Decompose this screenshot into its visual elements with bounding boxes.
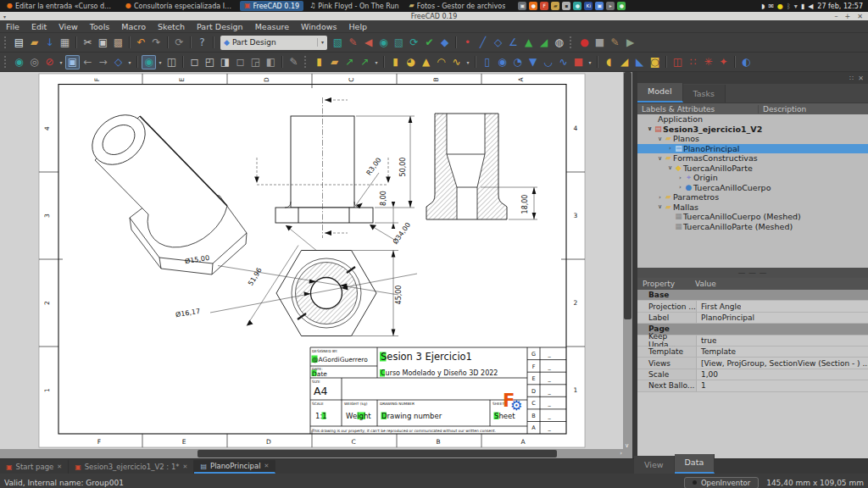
chevron-down-icon[interactable]: ▾: [317, 38, 324, 47]
reorient-sketch-button[interactable]: ⟳: [407, 36, 421, 50]
menu-sketch[interactable]: Sketch: [152, 22, 191, 31]
scroll-right-icon[interactable]: ›: [620, 450, 622, 457]
dock-close-icon[interactable]: ✕: [858, 75, 864, 82]
open-document-button[interactable]: ▰: [27, 36, 42, 50]
map-sketch-button[interactable]: ▧: [392, 36, 406, 50]
collapsed-arrow-icon[interactable]: ›: [676, 184, 684, 191]
subtractive-loft-button[interactable]: ▼: [526, 55, 540, 69]
print-button[interactable]: ▦: [58, 36, 72, 50]
expanded-arrow-icon[interactable]: ∨: [656, 136, 664, 142]
axonometric-view-button[interactable]: ◇: [111, 55, 125, 69]
mdi-tab-planoprincipal[interactable]: ▤PlanoPrincipal✕: [194, 460, 275, 474]
window-menu-button[interactable]: ▾: [3, 14, 6, 19]
measure-button[interactable]: ✎: [287, 55, 301, 69]
leave-sketch-button[interactable]: ◀: [361, 36, 376, 50]
collapsed-arrow-icon[interactable]: ›: [676, 175, 684, 181]
network-icon[interactable]: ▾: [794, 3, 798, 10]
expanded-arrow-icon[interactable]: ∨: [656, 203, 664, 210]
view-rear-button[interactable]: ◻: [233, 55, 248, 69]
dock-float-icon[interactable]: ∷: [849, 75, 854, 82]
additive-dropdown[interactable]: ▾: [465, 59, 471, 65]
create-body-button[interactable]: ◆: [437, 36, 452, 50]
tab-close-icon[interactable]: ✕: [183, 463, 188, 470]
property-value[interactable]: [View, ProjGroup, SectionView (Section -…: [697, 359, 868, 368]
copy-button[interactable]: ▣: [96, 36, 110, 50]
macro-record-button[interactable]: ●: [577, 36, 592, 50]
export-alt-button[interactable]: ↗: [358, 55, 372, 69]
menu-windows[interactable]: Windows: [295, 22, 342, 31]
tab-tasks[interactable]: Tasks: [683, 85, 726, 103]
tree-item-parametros[interactable]: ›▰Parametros: [637, 192, 868, 202]
create-point-button[interactable]: •: [460, 36, 475, 50]
polar-pattern-button[interactable]: ✳: [701, 55, 715, 69]
mdi-tab-document[interactable]: ▣Sesion3_ejercicio1_V2 : 1*✕: [69, 460, 194, 474]
menu-help[interactable]: Help: [342, 22, 373, 31]
property-row[interactable]: TemplateTemplate: [637, 347, 868, 358]
thickness-button[interactable]: ◙: [648, 55, 662, 69]
property-value[interactable]: 1,00: [697, 370, 718, 379]
maximize-button[interactable]: +: [845, 13, 851, 20]
fit-selection-button[interactable]: ◎: [27, 55, 42, 69]
collapsed-arrow-icon[interactable]: ›: [656, 194, 664, 201]
multitransform-button[interactable]: ✦: [716, 55, 731, 69]
fillet-button[interactable]: ◖: [602, 55, 616, 69]
menu-macro[interactable]: Macro: [115, 22, 152, 31]
pocket-button[interactable]: ▯: [480, 55, 494, 69]
menu-part-design[interactable]: Part Design: [191, 22, 249, 31]
screenshot-app-icon[interactable]: ▣: [518, 2, 526, 10]
openinventor-button[interactable]: OpenInventor: [684, 477, 759, 488]
mdi-tab-start-page[interactable]: ▣Start page✕: [0, 460, 69, 474]
mail-icon[interactable]: ✉: [768, 3, 774, 10]
selection-mode-button[interactable]: ▣: [65, 55, 80, 69]
property-value[interactable]: First Angle: [697, 302, 741, 311]
battery-icon[interactable]: ▮: [801, 3, 804, 10]
drawing-viewport[interactable]: F E D C B A F E D C B A 4 3 2 1 4: [0, 72, 632, 458]
tab-view[interactable]: View: [634, 456, 675, 474]
tree-item-planoprincipal[interactable]: ›▤PlanoPrincipal: [637, 144, 868, 154]
toolbar-handle[interactable]: [4, 56, 8, 68]
collapsed-arrow-icon[interactable]: ›: [666, 145, 674, 152]
expanded-arrow-icon[interactable]: ∨: [666, 164, 674, 171]
subtractive-dropdown[interactable]: ▾: [587, 59, 593, 65]
tab-close-icon[interactable]: ✕: [264, 463, 270, 469]
tab-model[interactable]: Model: [637, 83, 683, 103]
refresh-button[interactable]: ⟳: [172, 36, 186, 50]
subtractive-box-button[interactable]: ■: [571, 55, 586, 69]
tree-item-mallas[interactable]: ∨▰Mallas: [637, 202, 868, 213]
hole-button[interactable]: ◉: [495, 55, 509, 69]
combo-view-titlebar[interactable]: Combo View ∷ ✕: [637, 72, 868, 84]
nav-back-button[interactable]: ←: [81, 55, 95, 69]
create-face-button[interactable]: ▲: [521, 36, 536, 50]
status-dot-icon[interactable]: ●: [777, 3, 783, 10]
taskbar-window-firefox-1[interactable]: ●Editar la entrada «Curso de ...: [3, 1, 120, 11]
tree-item-tuercaanillocuerpo-meshed[interactable]: ▦TuercaAnilloCuerpo (Meshed): [637, 212, 868, 222]
boolean-button[interactable]: ◐: [739, 55, 754, 69]
volume-icon[interactable]: ◀: [808, 3, 813, 10]
mirrored-button[interactable]: ◫: [670, 55, 685, 69]
create-sketch-button[interactable]: ▧: [331, 36, 345, 50]
menu-measure[interactable]: Measure: [249, 22, 295, 31]
save-button[interactable]: ↓: [42, 36, 57, 50]
tree-item-origin[interactable]: ›⌖Origin: [637, 173, 868, 183]
toolbar-handle[interactable]: [304, 56, 309, 68]
additive-pipe-button[interactable]: ◠: [434, 55, 448, 69]
axonometric-dropdown[interactable]: ▾: [126, 59, 133, 65]
tree-item-formasconstructivas[interactable]: ∨▰FormasConstructivas: [637, 153, 868, 164]
pad-button[interactable]: ▮: [388, 55, 403, 69]
whats-this-button[interactable]: ?: [195, 36, 209, 50]
macro-play-button[interactable]: ▶: [623, 36, 637, 50]
property-value[interactable]: Template: [697, 347, 736, 356]
revolution-button[interactable]: ◕: [403, 55, 418, 69]
paste-button[interactable]: ▩: [111, 36, 125, 50]
create-line-button[interactable]: ╱: [476, 36, 490, 50]
toolbar-handle[interactable]: [570, 36, 574, 48]
redo-button[interactable]: ↷: [149, 36, 164, 50]
expanded-arrow-icon[interactable]: ∨: [656, 155, 664, 162]
property-row[interactable]: Next Ballo...1: [637, 380, 868, 391]
close-button[interactable]: ✕: [857, 13, 863, 20]
chamfer-button[interactable]: ◣: [632, 55, 647, 69]
view-front-button[interactable]: ◻: [187, 55, 202, 69]
chat-icon[interactable]: ●: [617, 2, 626, 10]
menu-view[interactable]: View: [53, 22, 84, 31]
tree-item-document[interactable]: ∨▤Sesion3_ejercicio1_V2: [637, 125, 868, 135]
